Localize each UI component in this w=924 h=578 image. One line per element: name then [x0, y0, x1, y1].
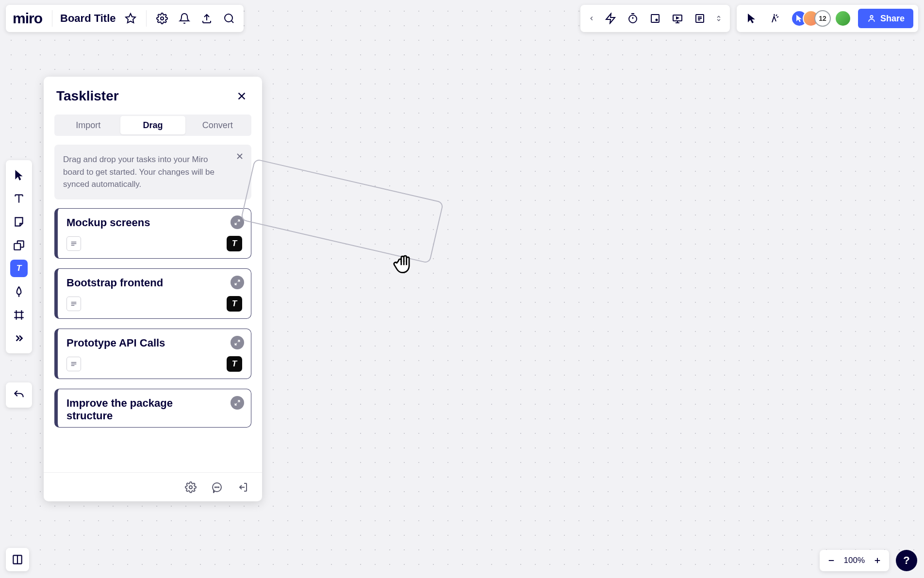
grab-cursor-icon: [391, 248, 419, 276]
svg-point-10: [656, 19, 657, 21]
task-title: Improve the package structure: [66, 397, 242, 422]
panel-footer: [44, 472, 262, 501]
divider: [52, 10, 52, 27]
svg-point-52: [189, 486, 192, 489]
panel-title: Tasklister: [56, 88, 119, 104]
svg-point-54: [215, 487, 216, 488]
tasklister-panel: Tasklister Import Drag Convert Drag and …: [44, 77, 262, 501]
list-icon[interactable]: [690, 9, 710, 28]
svg-marker-5: [606, 14, 615, 23]
task-card[interactable]: Mockup screens T: [54, 208, 251, 259]
select-tool[interactable]: [9, 164, 29, 186]
description-icon[interactable]: [66, 236, 81, 251]
description-icon[interactable]: [66, 357, 81, 371]
minimap-toggle[interactable]: [6, 548, 29, 571]
task-title: Prototype API Calls: [66, 337, 242, 349]
left-tool-toolbar: T: [6, 160, 32, 353]
undo-toolbar: [6, 382, 32, 408]
avatar-stack[interactable]: 12: [788, 10, 851, 27]
timer-icon[interactable]: [623, 9, 643, 28]
task-source-badge: T: [227, 236, 242, 251]
settings-gear-icon[interactable]: [152, 9, 172, 28]
svg-point-1: [161, 17, 164, 20]
task-card[interactable]: Improve the package structure: [54, 389, 251, 428]
frame-tool[interactable]: [9, 304, 29, 326]
panel-header: Tasklister: [44, 77, 262, 110]
header-left-toolbar: miro Board Title: [6, 5, 244, 32]
app-logo[interactable]: miro: [11, 10, 46, 27]
share-button[interactable]: Share: [858, 9, 913, 28]
tab-import[interactable]: Import: [56, 116, 120, 134]
description-icon[interactable]: [66, 297, 81, 311]
svg-point-3: [225, 14, 232, 22]
search-icon[interactable]: [219, 9, 239, 28]
avatar-self[interactable]: [835, 10, 851, 27]
pen-tool[interactable]: [9, 281, 29, 303]
svg-line-4: [231, 21, 233, 23]
notice-text: Drag and drop your tasks into your Miro …: [63, 155, 214, 189]
svg-marker-12: [676, 17, 678, 19]
expand-icon[interactable]: [231, 336, 244, 349]
tab-convert[interactable]: Convert: [185, 116, 250, 134]
svg-text:T: T: [16, 263, 22, 273]
notice-close-icon[interactable]: [235, 151, 245, 161]
svg-rect-9: [651, 15, 659, 22]
expand-icon[interactable]: [231, 276, 244, 289]
chevron-left-icon[interactable]: [585, 9, 598, 28]
svg-marker-0: [126, 14, 135, 23]
bolt-icon[interactable]: [601, 9, 620, 28]
tab-drag[interactable]: Drag: [120, 116, 185, 134]
sticky-note-tool[interactable]: [9, 211, 29, 233]
svg-rect-24: [14, 244, 20, 250]
zoom-toolbar: 100%: [820, 550, 889, 571]
zoom-level[interactable]: 100%: [841, 556, 868, 565]
task-source-badge: T: [227, 356, 242, 372]
presentation-icon[interactable]: [668, 9, 687, 28]
shape-tool[interactable]: [9, 234, 29, 256]
board-title[interactable]: Board Title: [58, 12, 118, 25]
chat-icon[interactable]: [209, 479, 225, 495]
reactions-icon[interactable]: [765, 9, 785, 28]
text-tool[interactable]: [9, 187, 29, 210]
task-card[interactable]: Prototype API Calls T: [54, 329, 251, 379]
svg-point-55: [216, 487, 217, 488]
panel-notice: Drag and drop your tasks into your Miro …: [54, 145, 251, 199]
note-icon[interactable]: [645, 9, 665, 28]
panel-settings-icon[interactable]: [182, 479, 199, 495]
logout-icon[interactable]: [235, 479, 251, 495]
undo-button[interactable]: [9, 385, 29, 405]
svg-point-56: [218, 487, 219, 488]
zoom-in-button[interactable]: [870, 553, 885, 568]
cursor-icon[interactable]: [742, 9, 762, 28]
task-source-badge: T: [227, 296, 242, 312]
header-right-area: 12 Share: [580, 5, 918, 32]
list-fade: [44, 458, 262, 472]
bell-icon[interactable]: [175, 9, 194, 28]
tasklister-tool[interactable]: T: [10, 260, 28, 277]
expand-icon[interactable]: [231, 396, 244, 410]
export-icon[interactable]: [197, 9, 216, 28]
task-card[interactable]: Bootstrap frontend T: [54, 268, 251, 319]
task-title: Bootstrap frontend: [66, 277, 242, 289]
star-icon[interactable]: [121, 9, 140, 28]
task-title: Mockup screens: [66, 216, 242, 229]
help-button[interactable]: ?: [896, 550, 917, 571]
zoom-out-button[interactable]: [824, 553, 839, 568]
close-icon[interactable]: [234, 88, 249, 104]
divider: [146, 10, 147, 27]
chevron-updown-icon[interactable]: [712, 9, 725, 28]
activity-toolbar: [580, 5, 730, 32]
more-tools[interactable]: [9, 327, 29, 349]
svg-point-19: [870, 16, 873, 18]
task-list[interactable]: Mockup screens T Bootstrap frontend T: [44, 208, 262, 473]
share-label: Share: [880, 14, 905, 24]
avatar-count[interactable]: 12: [814, 10, 831, 27]
panel-tabs: Import Drag Convert: [54, 115, 251, 136]
collaboration-toolbar: 12 Share: [737, 5, 918, 32]
